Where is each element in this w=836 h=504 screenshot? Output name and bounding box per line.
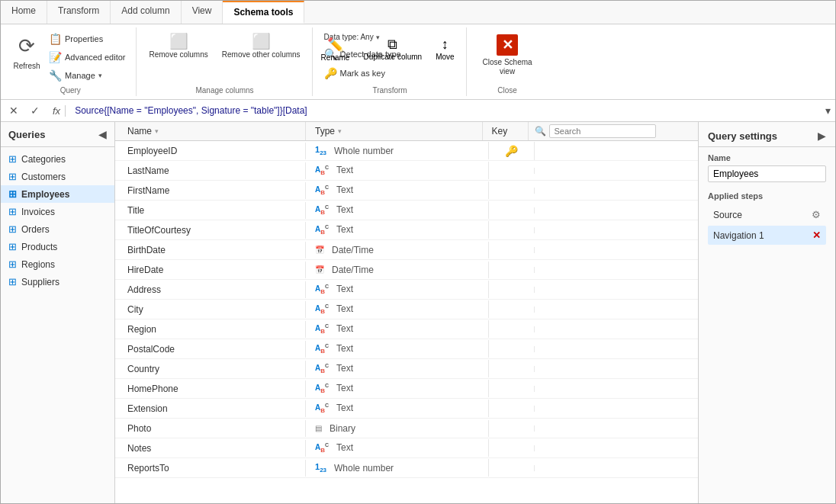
search-input[interactable] bbox=[549, 124, 656, 138]
type-icon-abc: ABC bbox=[315, 284, 329, 295]
type-icon-abc: ABC bbox=[315, 165, 329, 176]
type-label: Text bbox=[336, 403, 353, 413]
table-row[interactable]: Photo ▤Binary bbox=[115, 419, 698, 438]
table-row[interactable]: FirstName ABCText bbox=[115, 181, 698, 201]
categories-table-icon: ⊞ bbox=[8, 153, 17, 165]
remove-columns-button[interactable]: ⬜ Remove columns bbox=[144, 30, 214, 62]
main-area: Queries ◀ ⊞ Categories ⊞ Customers ⊞ Emp… bbox=[1, 122, 835, 503]
table-row[interactable]: HireDate 📅Date/Time bbox=[115, 260, 698, 280]
row-field-key bbox=[489, 346, 535, 352]
row-field-name: HireDate bbox=[115, 262, 306, 278]
row-field-key bbox=[489, 386, 535, 392]
qs-step-navigation[interactable]: Navigation 1 ✕ bbox=[708, 226, 826, 245]
advanced-editor-button[interactable]: 📝 Advanced editor bbox=[45, 49, 130, 66]
formula-confirm-button[interactable]: ✓ bbox=[27, 102, 43, 119]
row-field-key bbox=[489, 227, 535, 233]
tab-schema-tools[interactable]: Schema tools bbox=[223, 1, 304, 24]
type-label: Date/Time bbox=[332, 265, 374, 275]
rename-icon: ✏️ bbox=[327, 37, 344, 53]
sidebar-collapse-button[interactable]: ◀ bbox=[98, 128, 107, 140]
row-field-type: 123Whole number bbox=[306, 459, 489, 477]
row-field-key: 🔑 bbox=[489, 142, 535, 160]
sidebar-item-orders[interactable]: ⊞ Orders bbox=[1, 220, 114, 238]
rename-button[interactable]: ✏️ Rename bbox=[316, 34, 355, 65]
tab-add-column[interactable]: Add column bbox=[111, 1, 181, 24]
row-field-name: BirthDate bbox=[115, 242, 306, 258]
formula-input[interactable] bbox=[70, 104, 821, 117]
sidebar-item-invoices[interactable]: ⊞ Invoices bbox=[1, 203, 114, 220]
row-field-type: ABCText bbox=[306, 320, 489, 338]
table-row[interactable]: City ABCText bbox=[115, 300, 698, 319]
row-field-name: Region bbox=[115, 321, 306, 338]
sidebar-item-customers[interactable]: ⊞ Customers bbox=[1, 168, 114, 185]
table-row[interactable]: TitleOfCourtesy ABCText bbox=[115, 220, 698, 240]
schema-content-area: Name ▾ Type ▾ Key 🔍 EmployeeID bbox=[115, 122, 698, 503]
move-button[interactable]: ↕️ Move bbox=[430, 34, 459, 65]
table-row[interactable]: Address ABCText bbox=[115, 280, 698, 300]
col-header-type[interactable]: Type ▾ bbox=[306, 122, 483, 140]
qs-name-input[interactable] bbox=[708, 165, 826, 182]
formula-fx-icon: fx bbox=[48, 105, 66, 117]
sidebar-item-suppliers[interactable]: ⊞ Suppliers bbox=[1, 273, 114, 291]
row-field-name: ReportsTo bbox=[115, 460, 306, 477]
qs-expand-icon[interactable]: ▶ bbox=[818, 130, 826, 142]
qs-step-source-gear-icon[interactable]: ⚙ bbox=[812, 209, 821, 220]
qs-step-navigation-delete-icon[interactable]: ✕ bbox=[812, 230, 821, 241]
col-header-name[interactable]: Name ▾ bbox=[115, 122, 306, 140]
type-label: Text bbox=[336, 363, 353, 374]
row-field-type: 📅Date/Time bbox=[306, 242, 489, 258]
refresh-button[interactable]: ⟳ Refresh bbox=[11, 30, 42, 72]
sidebar-item-suppliers-label: Suppliers bbox=[21, 277, 59, 287]
table-row[interactable]: EmployeeID 123Whole number 🔑 bbox=[115, 141, 698, 161]
table-row[interactable]: ReportsTo 123Whole number bbox=[115, 458, 698, 478]
type-label: Binary bbox=[330, 423, 355, 434]
formula-cancel-button[interactable]: ✕ bbox=[5, 102, 22, 119]
schema-table-header: Name ▾ Type ▾ Key 🔍 bbox=[115, 122, 698, 141]
table-row[interactable]: HomePhone ABCText bbox=[115, 379, 698, 399]
col-key-label: Key bbox=[492, 126, 508, 136]
duplicate-column-button[interactable]: ⧉ Duplicate column bbox=[358, 34, 427, 65]
sidebar-item-invoices-label: Invoices bbox=[21, 207, 55, 217]
queries-sidebar: Queries ◀ ⊞ Categories ⊞ Customers ⊞ Emp… bbox=[1, 122, 115, 503]
col-type-label: Type bbox=[315, 126, 335, 136]
row-field-type: ABCText bbox=[306, 300, 489, 318]
col-name-label: Name bbox=[127, 126, 152, 136]
table-row[interactable]: Region ABCText bbox=[115, 319, 698, 339]
manage-button[interactable]: 🔧 Manage ▾ bbox=[45, 67, 130, 84]
query-settings-panel: Query settings ▶ Name Applied steps Sour… bbox=[698, 122, 835, 503]
type-icon-abc: ABC bbox=[315, 224, 329, 236]
table-row[interactable]: Country ABCText bbox=[115, 359, 698, 379]
sidebar-item-regions[interactable]: ⊞ Regions bbox=[1, 255, 114, 273]
type-icon-abc: ABC bbox=[315, 442, 329, 454]
sidebar-item-products[interactable]: ⊞ Products bbox=[1, 238, 114, 255]
formula-expand-icon[interactable]: ▾ bbox=[825, 104, 831, 117]
col-type-sort-icon: ▾ bbox=[338, 127, 342, 135]
close-schema-view-button[interactable]: ✕ Close Schema view bbox=[474, 30, 541, 80]
table-row[interactable]: Extension ABCText bbox=[115, 399, 698, 419]
table-row[interactable]: Title ABCText bbox=[115, 201, 698, 220]
table-row[interactable]: LastName ABCText bbox=[115, 161, 698, 181]
sidebar-item-employees[interactable]: ⊞ Employees bbox=[1, 185, 114, 203]
table-row[interactable]: PostalCode ABCText bbox=[115, 339, 698, 359]
sidebar-item-categories[interactable]: ⊞ Categories bbox=[1, 150, 114, 168]
row-field-type: ABCText bbox=[306, 162, 489, 179]
qs-header: Query settings ▶ bbox=[699, 122, 835, 147]
table-row[interactable]: BirthDate 📅Date/Time bbox=[115, 240, 698, 260]
type-icon-bin: ▤ bbox=[315, 424, 322, 432]
type-label: Text bbox=[336, 204, 353, 215]
table-row[interactable]: Notes ABCText bbox=[115, 438, 698, 458]
type-label: Text bbox=[336, 303, 353, 314]
tab-view[interactable]: View bbox=[182, 1, 223, 24]
tab-transform[interactable]: Transform bbox=[47, 1, 111, 24]
sidebar-item-regions-label: Regions bbox=[21, 259, 55, 270]
remove-other-columns-button[interactable]: ⬜ Remove other columns bbox=[217, 30, 306, 62]
qs-step-source[interactable]: Source ⚙ bbox=[708, 205, 826, 224]
close-schema-icon: ✕ bbox=[497, 34, 518, 56]
qs-steps-section: Applied steps Source ⚙ Navigation 1 ✕ bbox=[699, 188, 835, 249]
remove-columns-icon: ⬜ bbox=[169, 34, 188, 49]
tab-home[interactable]: Home bbox=[1, 1, 47, 24]
key-icon: 🔑 bbox=[505, 145, 518, 157]
properties-button[interactable]: 📋 Properties bbox=[45, 30, 130, 47]
type-label: Whole number bbox=[334, 463, 394, 474]
row-field-type: 📅Date/Time bbox=[306, 262, 489, 278]
